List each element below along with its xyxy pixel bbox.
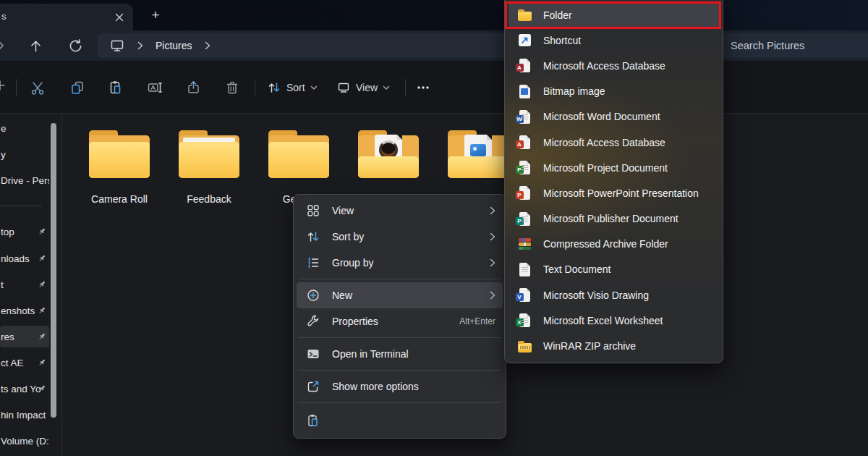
- menu-item-show-more-options[interactable]: Show more options: [297, 373, 503, 400]
- submenu-item-shortcut[interactable]: Shortcut: [509, 28, 719, 53]
- forward-icon-fragment: [0, 37, 6, 54]
- search-placeholder: Search Pictures: [731, 40, 804, 51]
- folder-feedback[interactable]: Feedback: [174, 130, 244, 205]
- sidebar-item-label: ts and Yo: [1, 384, 41, 394]
- submenu-item-label: Text Document: [543, 263, 610, 275]
- publisher-file-icon: P: [516, 212, 532, 226]
- open-folder-icon: [443, 130, 513, 181]
- share-button[interactable]: [184, 78, 203, 97]
- menu-item-view[interactable]: View: [297, 198, 503, 224]
- sidebar-item-pictures[interactable]: res: [0, 326, 49, 347]
- menu-item-paste[interactable]: [297, 406, 503, 435]
- winrar-archive-icon: [516, 238, 532, 250]
- tab-close-button[interactable]: [111, 9, 127, 25]
- chevron-right-icon: [490, 258, 495, 267]
- refresh-button[interactable]: [67, 37, 84, 54]
- explorer-tab-pictures[interactable]: s: [0, 4, 133, 30]
- breadcrumb-chevron-icon: [137, 41, 143, 50]
- submenu-item-label: Microsoft Publisher Document: [543, 213, 678, 224]
- sidebar-item-gallery[interactable]: y: [0, 143, 49, 165]
- menu-item-label: Show more options: [332, 381, 495, 392]
- submenu-item-powerpoint-presentation[interactable]: P Microsoft PowerPoint Presentation: [509, 180, 719, 206]
- menu-item-properties[interactable]: Properties Alt+Enter: [297, 308, 503, 334]
- breadcrumb-pictures[interactable]: Pictures: [156, 40, 192, 51]
- new-tab-button[interactable]: +: [146, 6, 165, 25]
- sidebar-item-ts-and-yo[interactable]: ts and Yo: [0, 378, 49, 400]
- pin-icon: [38, 254, 46, 263]
- sidebar-separator: [0, 206, 42, 206]
- rename-button[interactable]: [145, 78, 164, 97]
- sidebar-item-label: hin Impact: [1, 410, 46, 421]
- rename-icon: [147, 80, 163, 96]
- paste-button[interactable]: [106, 78, 125, 97]
- submenu-item-bitmap-image[interactable]: Bitmap image: [509, 79, 719, 104]
- sidebar-item-documents[interactable]: t: [0, 274, 49, 295]
- submenu-item-label: Folder: [543, 9, 572, 21]
- menu-item-open-in-terminal[interactable]: Open in Terminal: [297, 341, 503, 367]
- chevron-down-icon: [310, 85, 318, 90]
- menu-separator: [298, 337, 501, 338]
- sidebar-item-screenshots[interactable]: enshots: [0, 300, 49, 321]
- tab-title-fragment: s: [1, 11, 7, 22]
- submenu-item-label: Shortcut: [543, 35, 581, 46]
- submenu-item-folder[interactable]: Folder: [509, 2, 719, 28]
- sidebar-item-new-volume-d[interactable]: Volume (D:: [0, 430, 49, 452]
- clipboard-paste-icon: [305, 413, 321, 428]
- sidebar-item-onedrive[interactable]: Drive - Perso: [0, 169, 49, 191]
- submenu-item-project-document[interactable]: P Microsoft Project Document: [509, 155, 719, 180]
- pin-icon: [38, 280, 46, 289]
- access-file-icon: A: [516, 135, 532, 149]
- cut-button[interactable]: [28, 78, 47, 97]
- folder-with-photos[interactable]: [354, 130, 423, 193]
- submenu-item-access-database-2[interactable]: A Microsoft Access Database: [509, 130, 719, 155]
- pin-icon: [38, 227, 46, 236]
- close-icon: [115, 13, 124, 22]
- menu-item-new[interactable]: New: [297, 282, 503, 308]
- sidebar-item-downloads[interactable]: nloads: [0, 248, 49, 269]
- toolbar-separator: [255, 79, 255, 96]
- ellipsis-icon: [415, 80, 431, 96]
- folder-with-images[interactable]: [443, 130, 513, 193]
- copy-button[interactable]: [68, 78, 87, 97]
- menu-item-group-by[interactable]: Group by: [297, 250, 503, 276]
- show-more-options-icon: [305, 379, 321, 394]
- more-options-button[interactable]: [414, 78, 433, 97]
- bitmap-file-icon: [516, 85, 532, 98]
- submenu-item-access-database[interactable]: A Microsoft Access Database: [509, 53, 719, 78]
- menu-item-label: Sort by: [332, 231, 479, 242]
- sidebar-item-home[interactable]: e: [0, 117, 49, 139]
- submenu-item-publisher-document[interactable]: P Microsoft Publisher Document: [509, 206, 719, 232]
- submenu-item-text-document[interactable]: Text Document: [509, 257, 719, 282]
- menu-item-sort-by[interactable]: Sort by: [297, 224, 503, 250]
- submenu-item-winrar-zip-archive[interactable]: WinRAR ZIP archive: [509, 333, 719, 358]
- sidebar-item-project-ae[interactable]: ct AE: [0, 352, 49, 373]
- sidebar-item-desktop[interactable]: top: [0, 221, 49, 242]
- context-menu: View Sort by Group by New Properties Alt…: [293, 194, 506, 439]
- wrench-icon: [305, 314, 321, 329]
- view-dropdown[interactable]: View: [333, 77, 393, 98]
- pin-icon: [38, 358, 46, 367]
- up-button[interactable]: [27, 37, 44, 54]
- plus-icon: +: [151, 7, 159, 23]
- menu-separator: [298, 370, 501, 371]
- search-input[interactable]: Search Pictures: [712, 33, 868, 58]
- this-pc-icon: [109, 38, 125, 54]
- sidebar-item-label: nloads: [1, 253, 30, 264]
- folder-camera-roll[interactable]: Camera Roll: [85, 130, 154, 205]
- submenu-item-word-document[interactable]: W Microsoft Word Document: [509, 104, 719, 130]
- folder-icon: [174, 130, 244, 181]
- submenu-item-visio-drawing[interactable]: V Microsoft Visio Drawing: [509, 282, 719, 308]
- submenu-item-compressed-archive[interactable]: Compressed Archive Folder: [509, 232, 719, 257]
- toolbar-separator: [405, 79, 406, 96]
- delete-button[interactable]: [223, 78, 242, 97]
- submenu-item-excel-worksheet[interactable]: X Microsoft Excel Worksheet: [509, 308, 719, 333]
- chevron-right-icon: [490, 206, 495, 215]
- folder-name: Camera Roll: [85, 193, 154, 205]
- new-submenu: Folder Shortcut A Microsoft Access Datab…: [504, 0, 723, 363]
- sidebar-scrollbar[interactable]: [51, 123, 56, 418]
- sort-dropdown[interactable]: Sort: [264, 77, 320, 98]
- sidebar-item-label: Drive - Perso: [1, 175, 49, 186]
- submenu-item-label: Microsoft Access Database: [543, 137, 665, 148]
- sidebar-item-genshin-impact[interactable]: hin Impact: [0, 404, 49, 426]
- toolbar-separator: [16, 79, 17, 96]
